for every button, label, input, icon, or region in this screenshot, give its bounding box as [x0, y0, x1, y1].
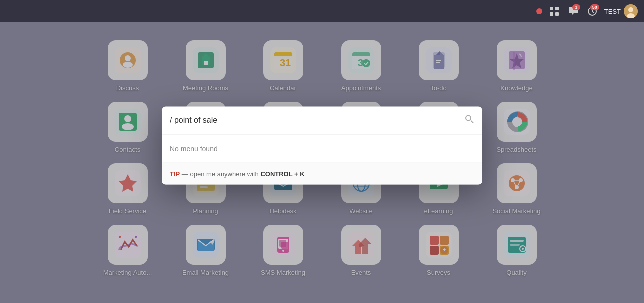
messages-badge: 3 [572, 4, 580, 10]
svg-point-6 [628, 7, 633, 12]
search-input[interactable] [170, 116, 464, 125]
svg-rect-2 [550, 12, 553, 16]
status-dot [536, 8, 542, 14]
search-dialog: No menu found TIP — open me anywhere wit… [162, 106, 482, 184]
messages-icon[interactable]: 3 [566, 4, 580, 18]
user-avatar [624, 4, 638, 18]
svg-point-105 [466, 115, 471, 120]
grid-icon[interactable] [547, 4, 561, 18]
search-submit-icon[interactable] [464, 114, 474, 126]
search-no-result: No menu found [162, 134, 482, 163]
svg-rect-3 [555, 12, 559, 16]
tip-keys: CONTROL + K [260, 170, 304, 177]
topbar: 3 50 TEST [0, 0, 644, 22]
user-label: TEST [604, 8, 621, 15]
svg-line-106 [471, 120, 473, 123]
tip-label: TIP [170, 170, 180, 177]
tip-dash: — open me anywhere with [180, 170, 260, 177]
svg-rect-1 [555, 7, 559, 10]
search-input-row [162, 106, 482, 134]
clock-icon[interactable]: 50 [585, 4, 599, 18]
search-tip: TIP — open me anywhere with CONTROL + K [162, 163, 482, 184]
clock-badge: 50 [590, 4, 599, 10]
svg-rect-0 [550, 7, 553, 10]
user-menu[interactable]: TEST [604, 4, 638, 18]
